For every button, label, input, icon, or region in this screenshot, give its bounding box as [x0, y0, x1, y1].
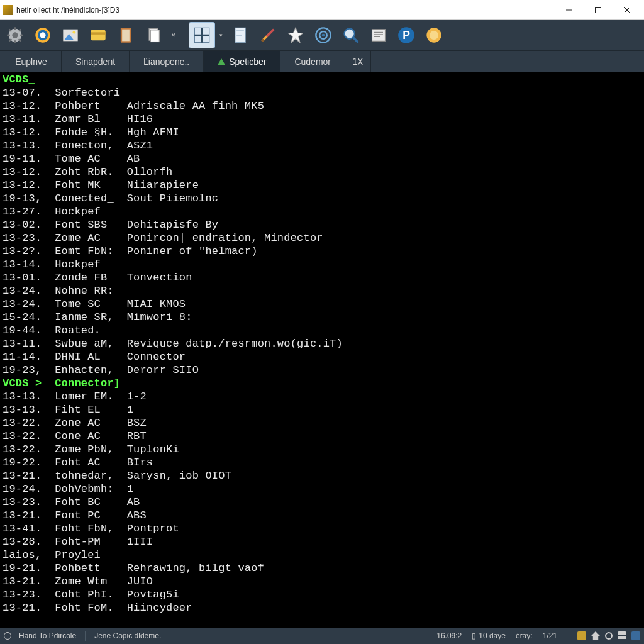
tab-label: Euplnve — [15, 57, 47, 67]
dropdown-caret-icon[interactable]: ✕ — [169, 32, 179, 38]
status-save-icon[interactable] — [631, 631, 640, 640]
coin-icon[interactable] — [421, 23, 447, 48]
status-days: ▯10 daye — [469, 631, 508, 640]
tools-icon[interactable] — [255, 23, 280, 48]
pages-icon[interactable] — [141, 23, 166, 48]
svg-rect-12 — [122, 30, 130, 42]
browser-icon[interactable] — [30, 23, 55, 48]
tab-1[interactable]: Sinapdent — [62, 51, 130, 72]
status-message: Jene Copic dldeme. — [92, 631, 164, 640]
main-toolbar: ✕ ▾ P — [0, 20, 644, 50]
parking-icon[interactable]: P — [394, 23, 419, 48]
status-list-icon[interactable] — [618, 631, 626, 640]
close-button[interactable] — [613, 1, 641, 19]
toolbar-separator — [184, 25, 184, 45]
titlebar: hetir ollect ht /inéindiclon-[3]D3 — [0, 0, 644, 20]
tab-5[interactable]: 1X — [345, 51, 370, 72]
maximize-button[interactable] — [584, 1, 613, 19]
tab-label: Sinapdent — [75, 57, 115, 67]
status-mode[interactable]: Hand To Pdircole — [16, 631, 79, 640]
svg-text:P: P — [402, 29, 410, 42]
status-home-icon[interactable] — [591, 631, 600, 640]
svg-rect-0 — [596, 7, 601, 13]
picture-icon[interactable] — [58, 23, 83, 48]
svg-point-17 — [262, 39, 265, 42]
svg-point-2 — [12, 32, 18, 38]
app-icon — [3, 5, 13, 15]
tab-label: 1X — [352, 57, 363, 67]
svg-point-22 — [345, 29, 355, 39]
svg-point-27 — [430, 31, 438, 40]
play-icon — [218, 58, 225, 65]
svg-rect-14 — [150, 30, 159, 42]
svg-point-5 — [40, 32, 45, 38]
minimize-button[interactable] — [555, 1, 584, 19]
tab-strip: EuplnveSinapdentĽianopene..SpeticberCude… — [0, 50, 644, 72]
tab-0[interactable]: Euplnve — [1, 51, 62, 72]
status-circle-icon — [4, 632, 11, 640]
tab-2[interactable]: Ľianopene.. — [130, 51, 204, 72]
target-icon[interactable] — [311, 23, 336, 48]
status-page: 1/21 — [540, 631, 560, 640]
dropdown-caret-icon[interactable]: ▾ — [217, 32, 225, 38]
svg-point-8 — [73, 31, 76, 34]
star-icon[interactable] — [283, 23, 308, 48]
svg-point-21 — [322, 34, 325, 37]
status-circle2-icon[interactable] — [605, 632, 613, 640]
terminal-output[interactable]: VCDS_13-07. Sorfectori 13-12. Pohbert Ad… — [0, 72, 644, 628]
status-box-icon[interactable] — [577, 631, 586, 640]
notebook-icon[interactable] — [113, 23, 138, 48]
app-window: hetir ollect ht /inéindiclon-[3]D3 ✕ ▾ P… — [0, 0, 644, 644]
crosshair-icon[interactable] — [189, 23, 214, 48]
zoom-icon[interactable] — [338, 23, 364, 48]
gear-icon[interactable] — [3, 23, 28, 48]
document-icon[interactable] — [228, 23, 253, 48]
tab-4[interactable]: Cudemor — [280, 51, 345, 72]
tab-3[interactable]: Speticber — [204, 51, 280, 72]
status-time: 16.09:2 — [434, 631, 464, 640]
newspaper-icon[interactable] — [366, 23, 391, 48]
status-bar: Hand To Pdircole Jene Copic dldeme. 16.0… — [0, 628, 644, 644]
svg-rect-9 — [91, 30, 105, 40]
svg-rect-10 — [91, 32, 105, 35]
card-icon[interactable] — [86, 23, 111, 48]
svg-rect-23 — [372, 30, 386, 42]
window-title: hetir ollect ht /inéindiclon-[3]D3 — [16, 6, 555, 14]
status-dash-icon: — — [565, 631, 572, 640]
tab-label: Cudemor — [294, 57, 331, 67]
svg-marker-18 — [288, 28, 303, 42]
tab-label: Speticber — [229, 57, 266, 67]
tab-label: Ľianopene.. — [143, 57, 189, 67]
status-ray: éray: — [513, 631, 535, 640]
